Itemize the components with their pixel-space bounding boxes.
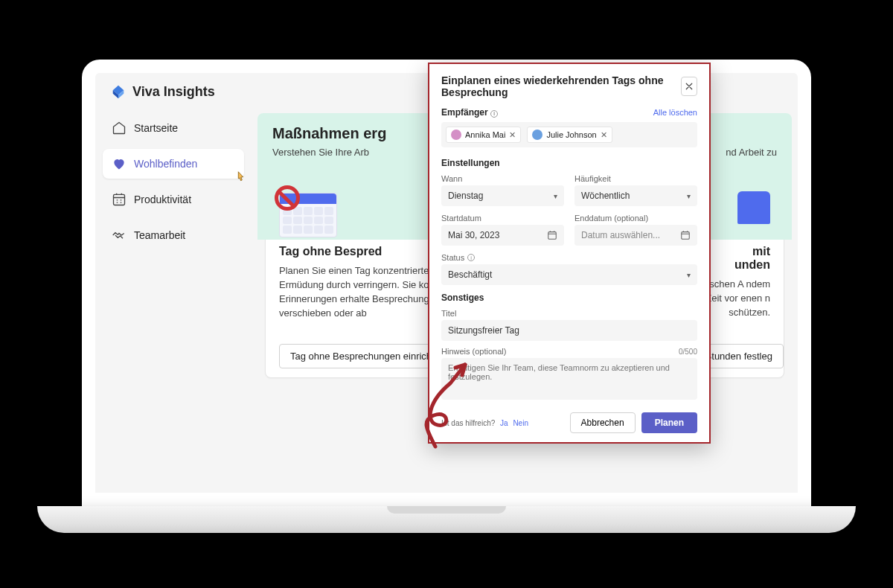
sidebar: Startseite Wohlbefinden <box>95 113 252 493</box>
status-label: Status <box>441 253 464 262</box>
calendar-grid-icon <box>112 192 127 207</box>
clear-all-link[interactable]: Alle löschen <box>653 108 697 117</box>
helpful-yes-link[interactable]: Ja <box>500 419 508 427</box>
modal-title: Einplanen eines wiederkehrenden Tags ohn… <box>441 74 681 98</box>
recipients-field[interactable]: Annika Mai ✕ Julie Johnson ✕ <box>441 122 697 147</box>
svg-rect-0 <box>114 194 125 205</box>
sidebar-item-teamarbeit[interactable]: Teamarbeit <box>103 220 244 250</box>
sidebar-item-label: Startseite <box>134 122 178 134</box>
start-date-value: Mai 30, 2023 <box>448 230 499 240</box>
heart-icon <box>112 156 127 171</box>
sidebar-item-label: Teamarbeit <box>134 229 185 241</box>
info-icon[interactable]: i <box>467 254 475 261</box>
app-title: Viva Insights <box>132 84 215 100</box>
note-char-count: 0/500 <box>679 348 697 356</box>
chevron-down-icon: ▾ <box>687 192 691 200</box>
recipients-label: Empfänger <box>441 107 488 118</box>
remove-chip-icon[interactable]: ✕ <box>601 130 607 140</box>
chevron-down-icon: ▾ <box>687 271 691 279</box>
chevron-down-icon: ▾ <box>554 192 557 200</box>
start-date-picker[interactable]: Mai 30, 2023 <box>441 225 564 246</box>
svg-rect-1 <box>548 232 557 240</box>
sidebar-item-wohlbefinden[interactable]: Wohlbefinden <box>103 149 244 179</box>
banner-subtext: Verstehen Sie Ihre Arb <box>272 147 369 158</box>
remove-chip-icon[interactable]: ✕ <box>509 130 516 140</box>
close-icon <box>685 82 694 91</box>
avatar-icon <box>532 130 542 140</box>
note-field-label: Hinweis (optional) <box>441 347 506 356</box>
status-select[interactable]: Beschäftigt ▾ <box>441 264 697 285</box>
recipient-name: Annika Mai <box>465 130 505 139</box>
svg-rect-2 <box>682 232 690 240</box>
frequency-value: Wöchentlich <box>581 191 630 201</box>
handshake-icon <box>112 228 127 243</box>
when-value: Dienstag <box>448 191 483 201</box>
when-select[interactable]: Dienstag ▾ <box>441 185 564 206</box>
recipient-name: Julie Johnson <box>546 130 596 139</box>
sidebar-item-label: Produktivität <box>134 194 191 205</box>
end-date-picker[interactable]: Datum auswählen... <box>574 225 697 246</box>
start-date-label: Startdatum <box>441 214 564 223</box>
helpful-no-link[interactable]: Nein <box>513 419 528 427</box>
calendar-icon <box>680 230 691 240</box>
info-icon[interactable]: i <box>490 110 498 118</box>
calendar-icon <box>547 230 557 240</box>
avatar-icon <box>451 130 461 140</box>
end-date-value: Datum auswählen... <box>581 230 660 240</box>
close-button[interactable] <box>681 77 697 96</box>
when-label: Wann <box>441 174 564 183</box>
frequency-label: Häufigkeit <box>574 174 697 183</box>
banner-subtext-tail: nd Arbeit zu <box>726 147 777 158</box>
sidebar-item-label: Wohlbefinden <box>134 158 197 170</box>
sidebar-item-produktivitaet[interactable]: Produktivität <box>103 185 244 214</box>
viva-logo-icon <box>110 83 127 100</box>
sidebar-item-startseite[interactable]: Startseite <box>103 113 244 143</box>
title-field-label: Titel <box>441 309 697 318</box>
end-date-label: Enddatum (optional) <box>574 214 697 223</box>
status-value: Beschäftigt <box>448 269 492 280</box>
laptop-notch <box>387 506 506 514</box>
title-input[interactable] <box>441 320 697 341</box>
recipient-chip[interactable]: Annika Mai ✕ <box>446 127 521 143</box>
home-icon <box>112 121 127 135</box>
submit-button[interactable]: Planen <box>641 412 697 433</box>
cancel-button[interactable]: Abbrechen <box>570 412 636 433</box>
frequency-select[interactable]: Wöchentlich ▾ <box>574 185 697 206</box>
recipient-chip[interactable]: Julie Johnson ✕ <box>527 127 612 143</box>
settings-label: Einstellungen <box>441 158 697 168</box>
prohibit-icon <box>275 185 300 211</box>
helpful-prompt: Ist das hilfreich? Ja Nein <box>441 419 528 427</box>
setup-no-meeting-day-button[interactable]: Tag ohne Besprechungen einrichte <box>279 344 451 368</box>
recurring-no-meeting-day-modal: Einplanen eines wiederkehrenden Tags ohn… <box>428 63 711 444</box>
other-label: Sonstiges <box>441 293 697 303</box>
note-textarea[interactable] <box>441 358 697 400</box>
pointer-cursor-icon <box>232 170 249 186</box>
